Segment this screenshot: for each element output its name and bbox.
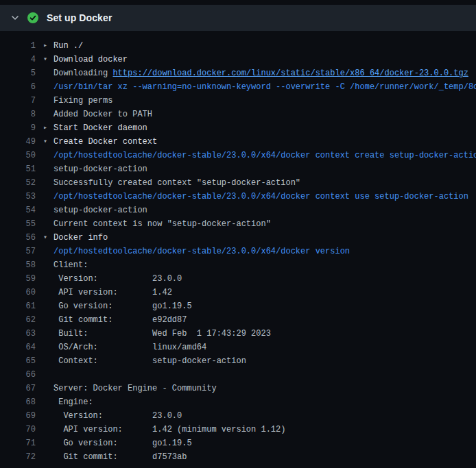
- line-number[interactable]: 9: [0, 121, 36, 135]
- log-line[interactable]: 61 Go version: go1.19.5: [0, 299, 476, 313]
- log-line[interactable]: 69 Version: 23.0.0: [0, 409, 476, 423]
- group-toggle-icon: [36, 286, 53, 299]
- chevron-right-icon[interactable]: ▸: [36, 39, 53, 53]
- line-number[interactable]: 54: [0, 204, 36, 217]
- log-text: Run ./: [53, 39, 83, 53]
- log-line[interactable]: 53 /opt/hostedtoolcache/docker-stable/23…: [0, 190, 476, 204]
- chevron-right-icon[interactable]: ▸: [36, 121, 53, 135]
- log-line[interactable]: 1 ▸ Run ./: [0, 39, 476, 53]
- log-text: Docker info: [53, 231, 108, 245]
- group-toggle-icon: [36, 80, 53, 94]
- log-line[interactable]: 66: [0, 368, 476, 382]
- log-line[interactable]: 70 API version: 1.42 (minimum version 1.…: [0, 423, 476, 436]
- log-text: Git commit: e92dd87: [53, 313, 187, 327]
- log-text: Version: 23.0.0: [53, 272, 182, 286]
- group-toggle-icon: [36, 108, 53, 121]
- log-line[interactable]: 58 Client:: [0, 258, 476, 272]
- line-number[interactable]: 8: [0, 108, 36, 121]
- log-line[interactable]: 8 Added Docker to PATH: [0, 108, 476, 121]
- log-line[interactable]: 62 Git commit: e92dd87: [0, 313, 476, 327]
- log-line[interactable]: 60 API version: 1.42: [0, 286, 476, 299]
- log-line[interactable]: 49 ▾ Create Docker context: [0, 135, 476, 149]
- log-line[interactable]: 5 Downloading https://download.docker.co…: [0, 66, 476, 80]
- log-text: Download docker: [53, 53, 128, 66]
- chevron-down-icon[interactable]: ▾: [36, 53, 53, 66]
- log-line[interactable]: 71 Go version: go1.19.5: [0, 436, 476, 450]
- line-number[interactable]: 55: [0, 217, 36, 231]
- log-line[interactable]: 59 Version: 23.0.0: [0, 272, 476, 286]
- log-text: Git commit: d7573ab: [53, 450, 187, 464]
- log-line[interactable]: 67 Server: Docker Engine - Community: [0, 382, 476, 395]
- group-toggle-icon: [36, 258, 53, 272]
- log-text: setup-docker-action: [53, 162, 147, 176]
- log-text: /usr/bin/tar xz --warning=no-unknown-key…: [53, 80, 476, 94]
- download-url-link[interactable]: https://download.docker.com/linux/static…: [112, 69, 468, 78]
- line-number[interactable]: 7: [0, 94, 36, 108]
- line-number[interactable]: 53: [0, 190, 36, 204]
- group-toggle-icon: [36, 176, 53, 190]
- chevron-down-icon[interactable]: ▾: [36, 231, 53, 245]
- log-line[interactable]: 54 setup-docker-action: [0, 204, 476, 217]
- line-number[interactable]: 70: [0, 423, 36, 436]
- chevron-down-icon[interactable]: [11, 14, 19, 22]
- line-number[interactable]: 59: [0, 272, 36, 286]
- log-text: Client:: [53, 258, 88, 272]
- group-toggle-icon: [36, 94, 53, 108]
- group-toggle-icon: [36, 313, 53, 327]
- group-toggle-icon: [36, 395, 53, 409]
- line-number[interactable]: 64: [0, 341, 36, 354]
- group-toggle-icon: [36, 423, 53, 436]
- chevron-down-icon[interactable]: ▾: [36, 135, 53, 149]
- line-number[interactable]: 71: [0, 436, 36, 450]
- log-line[interactable]: 6 /usr/bin/tar xz --warning=no-unknown-k…: [0, 80, 476, 94]
- log-line[interactable]: 9 ▸ Start Docker daemon: [0, 121, 476, 135]
- line-number[interactable]: 63: [0, 327, 36, 341]
- line-number[interactable]: 57: [0, 245, 36, 258]
- line-number[interactable]: 60: [0, 286, 36, 299]
- log-line[interactable]: 63 Built: Wed Feb 1 17:43:29 2023: [0, 327, 476, 341]
- log-line[interactable]: 57 /opt/hostedtoolcache/docker-stable/23…: [0, 245, 476, 258]
- group-toggle-icon: [36, 368, 53, 382]
- line-number[interactable]: 5: [0, 66, 36, 80]
- log-text: API version: 1.42: [53, 286, 172, 299]
- step-header[interactable]: Set up Docker: [0, 5, 476, 31]
- log-text: Go version: go1.19.5: [53, 299, 192, 313]
- line-number[interactable]: 4: [0, 53, 36, 66]
- line-number[interactable]: 66: [0, 368, 36, 382]
- line-number[interactable]: 65: [0, 354, 36, 368]
- line-number[interactable]: 50: [0, 149, 36, 162]
- line-number[interactable]: 68: [0, 395, 36, 409]
- log-line[interactable]: 7 Fixing perms: [0, 94, 476, 108]
- log-line[interactable]: 55 Current context is now "setup-docker-…: [0, 217, 476, 231]
- line-number[interactable]: 56: [0, 231, 36, 245]
- log-text: Start Docker daemon: [53, 121, 147, 135]
- log-line[interactable]: 56 ▾ Docker info: [0, 231, 476, 245]
- group-toggle-icon: [36, 190, 53, 204]
- log-text: Downloading https://download.docker.com/…: [53, 66, 468, 80]
- group-toggle-icon: [36, 245, 53, 258]
- log-line[interactable]: 52 Successfully created context "setup-d…: [0, 176, 476, 190]
- line-number[interactable]: 6: [0, 80, 36, 94]
- log-line[interactable]: 64 OS/Arch: linux/amd64: [0, 341, 476, 354]
- line-number[interactable]: 61: [0, 299, 36, 313]
- log-lines: 1 ▸ Run ./ 4 ▾ Download docker 5 Downloa…: [0, 31, 476, 464]
- log-line[interactable]: 4 ▾ Download docker: [0, 53, 476, 66]
- group-toggle-icon: [36, 149, 53, 162]
- line-number[interactable]: 69: [0, 409, 36, 423]
- log-line[interactable]: 72 Git commit: d7573ab: [0, 450, 476, 464]
- log-line[interactable]: 50 /opt/hostedtoolcache/docker-stable/23…: [0, 149, 476, 162]
- line-number[interactable]: 1: [0, 39, 36, 53]
- log-line[interactable]: 68 Engine:: [0, 395, 476, 409]
- line-number[interactable]: 67: [0, 382, 36, 395]
- line-number[interactable]: 49: [0, 135, 36, 149]
- line-number[interactable]: 52: [0, 176, 36, 190]
- log-text-prefix: Downloading: [53, 69, 112, 78]
- line-number[interactable]: 51: [0, 162, 36, 176]
- group-toggle-icon: [36, 217, 53, 231]
- line-number[interactable]: 62: [0, 313, 36, 327]
- step-title: Set up Docker: [47, 12, 112, 23]
- log-line[interactable]: 51 setup-docker-action: [0, 162, 476, 176]
- log-line[interactable]: 65 Context: setup-docker-action: [0, 354, 476, 368]
- line-number[interactable]: 72: [0, 450, 36, 464]
- line-number[interactable]: 58: [0, 258, 36, 272]
